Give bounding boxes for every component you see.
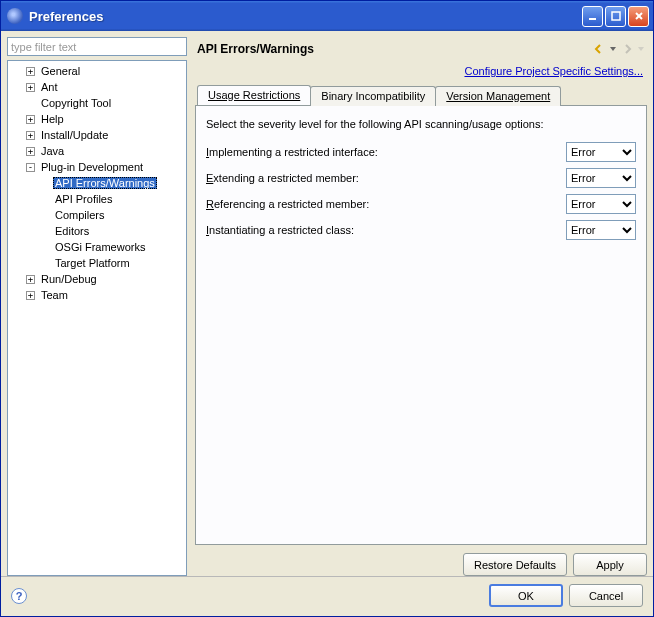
minimize-button[interactable]	[582, 6, 603, 27]
tree-item-ant[interactable]: +Ant	[8, 79, 186, 95]
window-buttons	[582, 6, 649, 27]
tree-item-label: Java	[39, 145, 66, 157]
tree-item-label: Install/Update	[39, 129, 110, 141]
titlebar[interactable]: Preferences	[1, 1, 653, 31]
tab-binary-incompatibility[interactable]: Binary Incompatibility	[310, 86, 436, 106]
tree-item-editors[interactable]: Editors	[8, 223, 186, 239]
configure-project-link[interactable]: Configure Project Specific Settings...	[195, 63, 647, 85]
footer: ? OK Cancel	[1, 576, 653, 614]
tree-item-label: Help	[39, 113, 66, 125]
app-icon	[7, 8, 23, 24]
tree-item-copyright-tool[interactable]: Copyright Tool	[8, 95, 186, 111]
tree-item-plug-in-development[interactable]: -Plug-in Development	[8, 159, 186, 175]
apply-button[interactable]: Apply	[573, 553, 647, 576]
tree-item-team[interactable]: +Team	[8, 287, 186, 303]
page-header: API Errors/Warnings	[195, 37, 647, 63]
tab-bar: Usage Restrictions Binary Incompatibilit…	[197, 85, 647, 105]
tab-panel: Select the severity level for the follow…	[195, 105, 647, 545]
tree-item-target-platform[interactable]: Target Platform	[8, 255, 186, 271]
forward-arrow-icon	[619, 41, 635, 57]
severity-select[interactable]: ErrorWarningIgnore	[566, 168, 636, 188]
svg-rect-1	[612, 12, 620, 20]
tree-item-label: Run/Debug	[39, 273, 99, 285]
tree-item-api-profiles[interactable]: API Profiles	[8, 191, 186, 207]
tree-item-label: Team	[39, 289, 70, 301]
expand-icon[interactable]: +	[26, 131, 35, 140]
preferences-tree[interactable]: +General+AntCopyright Tool+Help+Install/…	[7, 60, 187, 576]
right-pane: API Errors/Warnings Configure Project Sp…	[195, 37, 647, 576]
expand-icon[interactable]: +	[26, 67, 35, 76]
tree-item-api-errors-warnings[interactable]: API Errors/Warnings	[8, 175, 186, 191]
tree-item-label: Copyright Tool	[39, 97, 113, 109]
option-row: Instantiating a restricted class:ErrorWa…	[206, 220, 636, 240]
tree-item-general[interactable]: +General	[8, 63, 186, 79]
option-label: Instantiating a restricted class:	[206, 224, 566, 236]
tree-item-java[interactable]: +Java	[8, 143, 186, 159]
tree-spacer	[40, 259, 49, 268]
tree-item-compilers[interactable]: Compilers	[8, 207, 186, 223]
ok-button[interactable]: OK	[489, 584, 563, 607]
tree-item-label: API Profiles	[53, 193, 114, 205]
tree-item-label: Ant	[39, 81, 60, 93]
option-row: Implementing a restricted interface:Erro…	[206, 142, 636, 162]
severity-select[interactable]: ErrorWarningIgnore	[566, 142, 636, 162]
tree-spacer	[40, 227, 49, 236]
tree-spacer	[40, 195, 49, 204]
tree-spacer	[40, 243, 49, 252]
expand-icon[interactable]: +	[26, 83, 35, 92]
tree-item-label: API Errors/Warnings	[53, 177, 157, 189]
back-arrow-icon[interactable]	[591, 41, 607, 57]
intro-text: Select the severity level for the follow…	[206, 118, 636, 130]
tree-item-label: Compilers	[53, 209, 107, 221]
tree-item-label: OSGi Frameworks	[53, 241, 147, 253]
back-dropdown-icon[interactable]	[609, 41, 617, 57]
expand-icon[interactable]: +	[26, 291, 35, 300]
window-title: Preferences	[29, 9, 582, 24]
option-label: Extending a restricted member:	[206, 172, 566, 184]
collapse-icon[interactable]: -	[26, 163, 35, 172]
options-list: Implementing a restricted interface:Erro…	[206, 142, 636, 246]
tree-item-install-update[interactable]: +Install/Update	[8, 127, 186, 143]
tree-item-label: General	[39, 65, 82, 77]
left-pane: +General+AntCopyright Tool+Help+Install/…	[7, 37, 187, 576]
tree-spacer	[40, 211, 49, 220]
svg-rect-0	[589, 18, 596, 20]
filter-input[interactable]	[7, 37, 187, 56]
tree-item-osgi-frameworks[interactable]: OSGi Frameworks	[8, 239, 186, 255]
tree-item-help[interactable]: +Help	[8, 111, 186, 127]
cancel-button[interactable]: Cancel	[569, 584, 643, 607]
tree-item-run-debug[interactable]: +Run/Debug	[8, 271, 186, 287]
option-label: Referencing a restricted member:	[206, 198, 566, 210]
tree-item-label: Target Platform	[53, 257, 132, 269]
expand-icon[interactable]: +	[26, 115, 35, 124]
help-icon[interactable]: ?	[11, 588, 27, 604]
expand-icon[interactable]: +	[26, 275, 35, 284]
option-row: Referencing a restricted member:ErrorWar…	[206, 194, 636, 214]
content-area: +General+AntCopyright Tool+Help+Install/…	[1, 31, 653, 576]
page-buttons: Restore Defaults Apply	[195, 545, 647, 576]
maximize-button[interactable]	[605, 6, 626, 27]
severity-select[interactable]: ErrorWarningIgnore	[566, 194, 636, 214]
severity-select[interactable]: ErrorWarningIgnore	[566, 220, 636, 240]
page-title: API Errors/Warnings	[197, 42, 589, 56]
close-button[interactable]	[628, 6, 649, 27]
tree-spacer	[26, 99, 35, 108]
tab-version-management[interactable]: Version Management	[435, 86, 561, 106]
expand-icon[interactable]: +	[26, 147, 35, 156]
restore-defaults-button[interactable]: Restore Defaults	[463, 553, 567, 576]
tree-item-label: Plug-in Development	[39, 161, 145, 173]
tree-spacer	[40, 179, 49, 188]
tab-usage-restrictions[interactable]: Usage Restrictions	[197, 85, 311, 105]
forward-dropdown-icon	[637, 41, 645, 57]
option-label: Implementing a restricted interface:	[206, 146, 566, 158]
tree-item-label: Editors	[53, 225, 91, 237]
option-row: Extending a restricted member:ErrorWarni…	[206, 168, 636, 188]
